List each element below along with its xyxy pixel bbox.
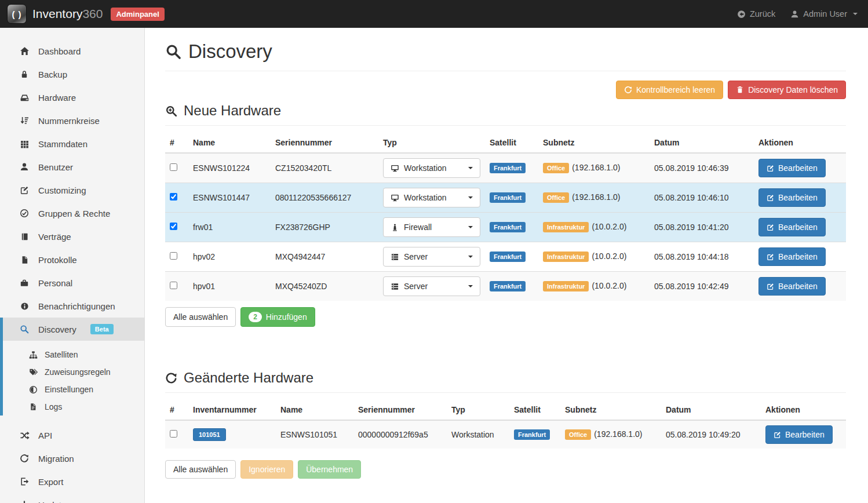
edit-button[interactable]: Bearbeiten <box>758 218 826 236</box>
caret-down-icon <box>468 196 473 199</box>
column-header: Name <box>188 133 271 153</box>
sidebar-item-migration[interactable]: Migration <box>0 447 144 470</box>
sidebar-item-nummernkreise[interactable]: Nummernkreise <box>0 109 144 132</box>
subnet-address: (10.0.2.0) <box>592 251 626 261</box>
refresh-icon <box>19 454 30 463</box>
table-header-row: # Inventarnummer Name Seriennummer Typ S… <box>165 400 846 420</box>
sidebar-item-einstellungen[interactable]: Einstellungen <box>3 381 144 398</box>
sidebar-item-benachrichtigungen[interactable]: Benachrichtigungen <box>0 294 144 318</box>
sidebar-item-export[interactable]: Export <box>0 470 144 493</box>
sidebar-item-backup[interactable]: Backup <box>0 63 144 86</box>
serial-number: 00000000912f69a5 <box>358 430 428 439</box>
row-checkbox[interactable] <box>170 163 177 171</box>
satellite-badge: Frankfurt <box>490 251 526 262</box>
column-header: # <box>165 133 188 153</box>
clear-control-button[interactable]: Kontrollbereich leeren <box>616 81 723 99</box>
subnet-badge: Office <box>543 192 569 203</box>
user-menu[interactable]: Admin User <box>790 9 858 19</box>
grid-icon <box>19 140 30 148</box>
device-name: ESNWS101051 <box>280 430 337 439</box>
date: 05.08.2019 10:49:20 <box>666 430 740 439</box>
sidebar-item-zuweisungsregeln[interactable]: Zuweisungsregeln <box>3 363 144 381</box>
back-link[interactable]: Zurück <box>737 9 775 19</box>
type-select[interactable]: Firewall <box>383 217 480 237</box>
subnet-address: (10.0.2.0) <box>592 281 626 290</box>
type-select[interactable]: Server <box>383 247 480 267</box>
edit-button[interactable]: Bearbeiten <box>758 247 826 266</box>
column-header: Subnetz <box>560 400 661 420</box>
row-checkbox[interactable] <box>170 430 177 438</box>
sidebar-item-satelliten[interactable]: Satelliten <box>3 346 144 363</box>
select-all-button[interactable]: Alle auswählen <box>165 307 236 327</box>
brand-name: Inventory360 <box>32 7 103 21</box>
inventory-number-badge[interactable]: 101051 <box>193 428 226 441</box>
edit-icon <box>767 224 774 231</box>
sidebar-item-hardware[interactable]: Hardware <box>0 86 144 109</box>
subnet-badge: Infrastruktur <box>543 281 589 291</box>
type-select[interactable]: Workstation <box>383 158 480 178</box>
briefcase-icon <box>19 278 30 287</box>
table-row: hpv01 MXQ45240ZD Server Frankfurt Infras… <box>165 272 846 301</box>
device-name: ESNWS101224 <box>193 163 250 173</box>
subnet-address: (10.0.2.0) <box>592 222 626 231</box>
delete-discovery-data-button[interactable]: Discovery Daten löschen <box>728 81 846 99</box>
sidebar-item-benutzer[interactable]: Benutzer <box>0 155 144 178</box>
user-icon <box>19 162 30 172</box>
edit-button[interactable]: Bearbeiten <box>758 277 826 296</box>
select-all-button[interactable]: Alle auswählen <box>165 460 236 479</box>
type-select[interactable]: Workstation <box>383 188 480 207</box>
date: 05.08.2019 10:46:10 <box>654 193 728 202</box>
sidebar-item-dashboard[interactable]: Dashboard <box>0 39 144 63</box>
row-checkbox[interactable] <box>170 193 177 201</box>
new-hardware-actions: Alle auswählen 2 Hinzufügen <box>165 307 846 327</box>
lock-icon <box>19 70 30 79</box>
sort-icon <box>19 116 30 125</box>
ignore-button[interactable]: Ignorieren <box>240 460 293 479</box>
satellite-badge: Frankfurt <box>490 281 526 291</box>
sign-out-icon <box>19 477 30 486</box>
edit-icon <box>767 283 774 290</box>
column-header: Typ <box>447 400 509 420</box>
brand[interactable]: ( ) Inventory360 Adminpanel <box>7 4 165 24</box>
add-button[interactable]: 2 Hinzufügen <box>240 307 315 327</box>
type-select[interactable]: Server <box>383 276 480 296</box>
edit-button[interactable]: Bearbeiten <box>758 159 826 177</box>
sidebar-item-discovery[interactable]: Discovery Beta <box>3 318 144 341</box>
home-icon <box>19 46 30 56</box>
caret-down-icon <box>468 256 473 258</box>
sidebar-item-update[interactable]: Update <box>0 493 144 503</box>
device-name: hpv02 <box>193 252 215 261</box>
beta-badge: Beta <box>90 324 114 334</box>
column-header: Name <box>276 400 353 420</box>
search-plus-icon <box>165 105 177 117</box>
sidebar-item-customizing[interactable]: Customizing <box>0 178 144 202</box>
sidebar: Dashboard Backup Hardware Nummernkreise … <box>0 28 145 503</box>
edit-button[interactable]: Bearbeiten <box>765 425 833 444</box>
row-checkbox[interactable] <box>170 252 177 260</box>
edit-button[interactable]: Bearbeiten <box>758 188 826 207</box>
satellite-badge: Frankfurt <box>490 163 526 173</box>
sidebar-item-protokolle[interactable]: Protokolle <box>0 248 144 271</box>
sidebar-item-logs[interactable]: Logs <box>3 398 144 415</box>
trash-icon <box>736 86 744 94</box>
changed-hardware-actions: Alle auswählen Ignorieren Übernehmen <box>165 460 846 479</box>
column-header: Aktionen <box>754 133 846 153</box>
device-name: hpv01 <box>193 282 215 291</box>
check-circle-icon <box>19 209 30 218</box>
column-header: Seriennummer <box>353 400 447 420</box>
sidebar-item-api[interactable]: API <box>0 424 144 447</box>
navbar-right: Zurück Admin User <box>737 9 858 19</box>
subnet-badge: Office <box>565 429 591 440</box>
row-checkbox[interactable] <box>170 282 177 289</box>
column-header: # <box>165 400 188 420</box>
file-icon <box>19 256 30 264</box>
sidebar-item-personal[interactable]: Personal <box>0 271 144 294</box>
arrow-circle-left-icon <box>737 10 746 19</box>
device-name: frw01 <box>193 223 213 232</box>
apply-button[interactable]: Übernehmen <box>298 460 361 479</box>
sidebar-item-vertraege[interactable]: Verträge <box>0 225 144 248</box>
sidebar-item-stammdaten[interactable]: Stammdaten <box>0 132 144 155</box>
sidebar-item-gruppen-rechte[interactable]: Gruppen & Rechte <box>0 202 144 225</box>
brand-suffix: 360 <box>82 7 103 20</box>
row-checkbox[interactable] <box>170 223 177 230</box>
